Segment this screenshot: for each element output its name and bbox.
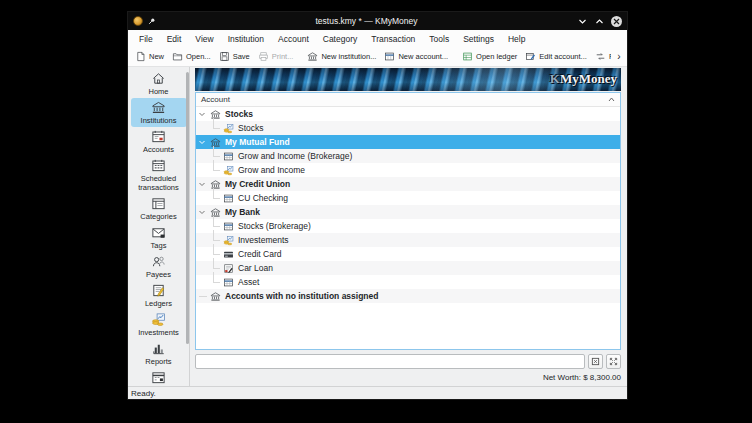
scheduled-icon (151, 158, 166, 173)
toolbar-open-ledger-button[interactable]: Open ledger (458, 50, 521, 63)
kmymoney-window: testus.kmy * — KMyMoney FileEditViewInst… (128, 12, 627, 399)
home-icon (151, 71, 166, 86)
sidebar-item-label: Payees (146, 270, 171, 279)
tree-row-stocks[interactable]: Stocks (196, 107, 620, 121)
tree-row-investements[interactable]: Investements (196, 233, 620, 247)
loan-icon (223, 263, 234, 274)
menubar: FileEditViewInstitutionAccountCategoryTr… (128, 30, 627, 47)
toolbar-edit-account-button[interactable]: Edit account... (521, 50, 591, 63)
sidebar-item-home[interactable]: Home (131, 69, 187, 98)
investment-icon (223, 235, 234, 246)
tags-icon (151, 225, 166, 240)
sidebar-item-budgets[interactable]: Budgets (131, 368, 187, 386)
tree-row-my-bank[interactable]: My Bank (196, 205, 620, 219)
close-button[interactable] (611, 16, 622, 27)
toolbar-new-button[interactable]: New (131, 50, 168, 63)
maximize-button[interactable] (594, 16, 604, 26)
sidebar-item-accounts[interactable]: Accounts (131, 127, 187, 156)
sidebar-item-payees[interactable]: Payees (131, 252, 187, 281)
investments-icon (151, 312, 166, 327)
sidebar-item-label: Accounts (143, 145, 174, 154)
expander-icon[interactable] (198, 180, 206, 188)
tree-row-label: Stocks (238, 123, 264, 133)
toolbar-save-button[interactable]: Save (215, 50, 254, 63)
toolbar-button-label: Open... (186, 52, 211, 61)
expander-icon[interactable] (198, 110, 206, 118)
sidebar-item-label: Reports (145, 357, 171, 366)
tree-branch-line (213, 258, 220, 269)
tree-row-grow-and-income-brokerage[interactable]: Grow and Income (Brokerage) (196, 149, 620, 163)
sidebar-item-tags[interactable]: Tags (131, 223, 187, 252)
toolbar-button-label: New institution... (321, 52, 376, 61)
budgets-icon (151, 370, 166, 385)
expander-icon[interactable] (198, 208, 206, 216)
sidebar-item-label: Tags (151, 241, 167, 250)
tree-row-car-loan[interactable]: Car Loan (196, 261, 620, 275)
toolbar-open-button[interactable]: Open... (168, 50, 215, 63)
sidebar-item-scheduled-transactions[interactable]: Scheduled transactions (131, 156, 187, 194)
tree-row-stocks-brokerage[interactable]: Stocks (Brokerage) (196, 219, 620, 233)
toolbar-new-institution-button[interactable]: New institution... (303, 50, 380, 63)
sidebar-item-ledgers[interactable]: Ledgers (131, 281, 187, 310)
tree-row-label: My Mutual Fund (225, 137, 290, 147)
window-title: testus.kmy * — KMyMoney (156, 16, 577, 26)
tree-row-label: Grow and Income (238, 165, 305, 175)
credit-card-icon (223, 249, 234, 260)
menu-institution[interactable]: Institution (221, 32, 271, 46)
tree-row-cu-checking[interactable]: CU Checking (196, 191, 620, 205)
filter-row (195, 354, 621, 369)
sidebar-item-label: Home (148, 87, 168, 96)
toolbar-button-label: New (149, 52, 164, 61)
toolbar-button-label: Print... (272, 52, 294, 61)
menu-account[interactable]: Account (271, 32, 316, 46)
sidebar-item-categories[interactable]: Categories (131, 194, 187, 223)
tree-row-my-credit-union[interactable]: My Credit Union (196, 177, 620, 191)
titlebar[interactable]: testus.kmy * — KMyMoney (128, 12, 627, 30)
tree-row-grow-and-income[interactable]: Grow and Income (196, 163, 620, 177)
kmymoney-app-icon (133, 16, 143, 26)
tree-row-accounts-with-no-institution-assigned[interactable]: Accounts with no institution assigned (196, 289, 620, 303)
tree-row-label: My Credit Union (225, 179, 290, 189)
investment-icon (223, 123, 234, 134)
tree-row-asset[interactable]: Asset (196, 275, 620, 289)
menu-transaction[interactable]: Transaction (364, 32, 422, 46)
menu-tools[interactable]: Tools (422, 32, 456, 46)
new-file-icon (135, 51, 146, 62)
menu-help[interactable]: Help (501, 32, 532, 46)
open-folder-icon (172, 51, 183, 62)
expander-icon[interactable] (198, 138, 206, 146)
sidebar-item-reports[interactable]: Reports (131, 339, 187, 368)
menu-file[interactable]: File (132, 32, 160, 46)
edit-account-icon (525, 51, 536, 62)
tree-row-label: Stocks (225, 109, 253, 119)
tree-row-my-mutual-fund[interactable]: My Mutual Fund (196, 135, 620, 149)
menu-view[interactable]: View (188, 32, 220, 46)
menu-edit[interactable]: Edit (160, 32, 189, 46)
toolbar-button-label: Save (233, 52, 250, 61)
sidebar-item-investments[interactable]: Investments (131, 310, 187, 339)
collapse-all-button[interactable] (588, 354, 603, 369)
investment-icon (223, 165, 234, 176)
expand-all-button[interactable] (606, 354, 621, 369)
accounts-tree: Account StocksStocksMy Mutual FundGrow a… (195, 92, 621, 350)
tree-row-label: Accounts with no institution assigned (225, 291, 378, 301)
tree-header-account-column[interactable]: Account (196, 93, 620, 107)
filter-input[interactable] (195, 354, 585, 369)
menu-category[interactable]: Category (316, 32, 365, 46)
minimize-button[interactable] (577, 16, 587, 26)
menu-settings[interactable]: Settings (456, 32, 501, 46)
sidebar-item-institutions[interactable]: Institutions (131, 98, 187, 127)
toolbar-new-account-button[interactable]: New account... (380, 50, 452, 63)
categories-icon (151, 196, 166, 211)
tree-branch-line (213, 230, 220, 241)
sidebar-item-label: Scheduled transactions (131, 174, 187, 192)
toolbar-button-label: Open ledger (476, 52, 517, 61)
tree-row-credit-card[interactable]: Credit Card (196, 247, 620, 261)
pin-icon[interactable] (148, 17, 156, 25)
toolbar-print-button: Print... (254, 50, 298, 63)
print-icon (258, 51, 269, 62)
tree-branch-line (213, 216, 220, 227)
sidebar-scrollbar[interactable] (186, 72, 189, 344)
toolbar-overflow-button[interactable]: › (611, 47, 627, 65)
tree-row-stocks[interactable]: Stocks (196, 121, 620, 135)
